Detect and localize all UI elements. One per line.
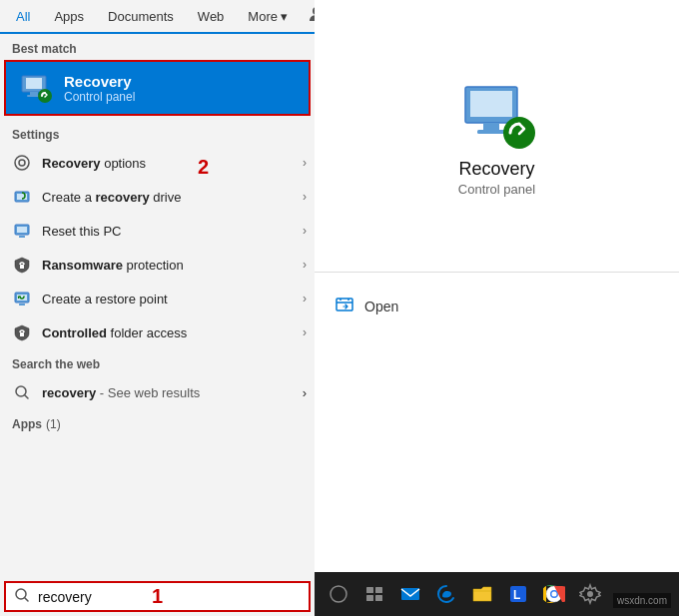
tab-all[interactable]: All: [4, 0, 42, 34]
chevron-right-icon: ›: [303, 258, 307, 272]
item-text: Reset this PC: [42, 224, 303, 239]
apps-count: (1): [46, 417, 61, 431]
watermark: wsxdn.com: [613, 593, 671, 608]
recovery-drive-icon: [12, 187, 32, 207]
best-match-subtitle: Control panel: [64, 90, 135, 104]
tab-apps[interactable]: Apps: [42, 0, 96, 33]
list-item[interactable]: Create a restore point ›: [0, 282, 315, 315]
taskbar-mail[interactable]: [394, 578, 426, 610]
chevron-right-icon: ›: [303, 224, 307, 238]
chevron-right-icon: ›: [303, 190, 307, 204]
right-title: Recovery: [458, 159, 534, 180]
search-web-label: Search the web: [0, 349, 315, 375]
taskbar-edge[interactable]: [430, 578, 462, 610]
svg-rect-28: [375, 587, 382, 593]
taskbar-todo[interactable]: L: [502, 578, 534, 610]
tab-more[interactable]: More ▾: [236, 0, 300, 33]
chevron-right-icon: ›: [303, 385, 307, 400]
right-actions: Open: [315, 273, 679, 341]
svg-rect-16: [19, 304, 25, 306]
results-area: Best match: [0, 34, 315, 577]
search-icon: [14, 587, 30, 606]
list-item[interactable]: Recovery options ›: [0, 146, 315, 180]
svg-rect-30: [375, 595, 382, 601]
item-text: Create a recovery drive: [42, 190, 303, 205]
open-icon: [335, 295, 354, 319]
svg-rect-13: [20, 265, 24, 269]
list-item[interactable]: Reset this PC ›: [0, 214, 315, 248]
recovery-icon: [18, 70, 54, 106]
item-text: Recovery options: [42, 156, 303, 171]
svg-rect-27: [366, 587, 373, 593]
open-label: Open: [364, 299, 398, 314]
apps-label: Apps: [12, 417, 42, 431]
svg-text:L: L: [513, 588, 520, 602]
restore-point-icon: [12, 289, 32, 308]
chevron-right-icon: ›: [303, 292, 307, 306]
settings-options-icon: [12, 153, 32, 173]
taskbar-taskview[interactable]: [358, 578, 390, 610]
right-subtitle: Control panel: [458, 182, 535, 197]
svg-rect-23: [477, 130, 505, 134]
item-text: Create a restore point: [42, 292, 303, 307]
tab-web[interactable]: Web: [186, 0, 237, 33]
open-button[interactable]: Open: [335, 289, 659, 325]
list-item[interactable]: Create a recovery drive ›: [0, 180, 315, 214]
svg-point-26: [331, 586, 346, 602]
reset-pc-icon: [12, 221, 32, 241]
svg-rect-25: [337, 299, 352, 310]
svg-rect-3: [30, 92, 38, 95]
web-search-text: recovery - See web results: [42, 385, 303, 400]
taskbar-explorer[interactable]: [466, 578, 498, 610]
left-panel: All Apps Documents Web More ▾: [0, 0, 315, 616]
svg-rect-11: [17, 227, 27, 233]
svg-point-37: [552, 592, 557, 597]
list-item[interactable]: Ransomware protection ›: [0, 248, 315, 282]
controlled-folder-icon: [12, 322, 32, 342]
item-text: Ransomware protection: [42, 258, 303, 273]
list-item[interactable]: Controlled folder access ›: [0, 315, 315, 349]
taskbar-settings[interactable]: [574, 578, 606, 610]
taskbar-chrome[interactable]: [538, 578, 570, 610]
right-panel: Recovery Control panel Open: [315, 0, 679, 616]
svg-rect-29: [366, 595, 373, 601]
best-match-item[interactable]: Recovery Control panel: [4, 60, 311, 116]
svg-point-38: [587, 591, 593, 597]
item-text: Controlled folder access: [42, 325, 303, 340]
taskbar-cortana[interactable]: [323, 578, 354, 610]
chevron-down-icon: ▾: [281, 9, 288, 24]
tab-documents[interactable]: Documents: [96, 0, 186, 33]
svg-point-6: [15, 156, 29, 170]
svg-rect-12: [19, 236, 25, 238]
right-recovery-icon: [457, 75, 537, 159]
best-match-label: Best match: [0, 34, 315, 60]
badge-1: 1: [152, 585, 163, 608]
ransomware-icon: [12, 255, 32, 275]
chevron-right-icon: ›: [303, 325, 307, 339]
settings-label: Settings: [0, 120, 315, 146]
web-search-item[interactable]: recovery - See web results ›: [0, 375, 315, 409]
svg-rect-31: [401, 588, 419, 600]
badge-2: 2: [198, 156, 209, 179]
svg-rect-21: [470, 91, 512, 117]
svg-rect-22: [483, 123, 499, 130]
tab-bar: All Apps Documents Web More ▾: [0, 0, 315, 34]
best-match-title: Recovery: [64, 73, 135, 90]
search-web-icon: [12, 382, 32, 402]
best-match-text: Recovery Control panel: [64, 73, 135, 104]
svg-rect-2: [26, 78, 42, 89]
search-input[interactable]: [38, 589, 301, 605]
svg-point-7: [19, 160, 25, 166]
right-top: Recovery Control panel: [315, 0, 679, 273]
svg-rect-17: [20, 332, 24, 336]
chevron-right-icon: ›: [303, 156, 307, 170]
